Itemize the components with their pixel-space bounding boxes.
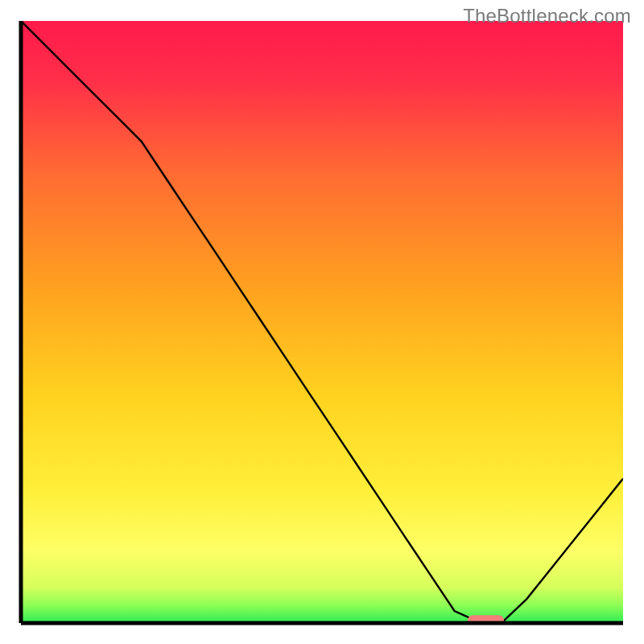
watermark-label: TheBottleneck.com [463,5,631,27]
chart-svg [0,0,644,644]
bottleneck-chart: TheBottleneck.com [0,0,644,644]
